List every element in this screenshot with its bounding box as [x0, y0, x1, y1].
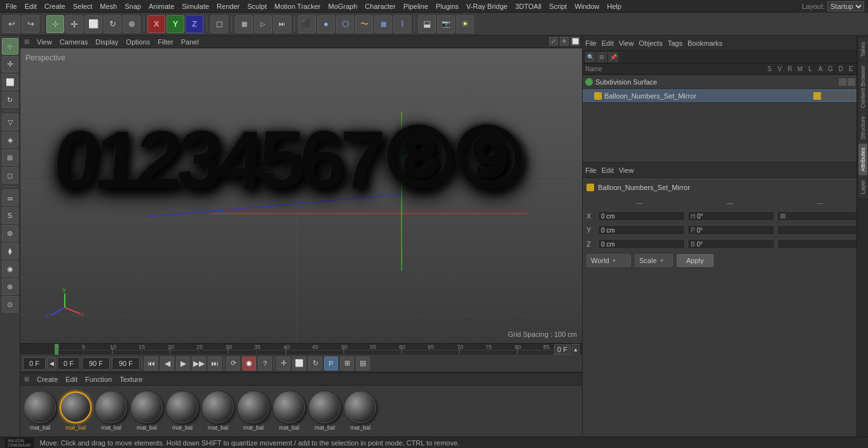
obj-menu-tags[interactable]: Tags [668, 39, 682, 47]
menu-select[interactable]: Select [70, 3, 96, 10]
menu-mesh[interactable]: Mesh [97, 3, 120, 10]
render-all-button[interactable]: ⏭ [273, 15, 291, 33]
scale-dropdown[interactable]: Scale ▼ [635, 254, 673, 267]
material-swatch-9[interactable]: mat_bal [344, 391, 376, 431]
attr-menu-file[interactable]: File [585, 166, 597, 174]
material-swatch-6[interactable]: mat_bal [238, 391, 269, 431]
apply-button[interactable]: Apply [677, 254, 714, 267]
left-poly-btn[interactable]: ▽ [2, 114, 18, 130]
left-extra-btn[interactable]: ⧫ [2, 243, 18, 259]
attr-x-pos-input[interactable]: 0 cm [598, 211, 685, 221]
material-swatch-1[interactable]: mat_bal [60, 391, 92, 431]
obj-icon-btn-1[interactable]: 🔍 [585, 52, 595, 62]
vtab-attributes[interactable]: Attributes [858, 144, 867, 175]
current-frame-input[interactable]: 0 F [23, 357, 46, 370]
mat-menu-create[interactable]: Create [37, 376, 58, 383]
menu-3dtoall[interactable]: 3DTOAll [512, 3, 545, 10]
go-end-btn[interactable]: ⏭ [208, 356, 222, 370]
obj-icon-tag1[interactable] [848, 78, 855, 86]
mat-menu-function[interactable]: Function [85, 376, 112, 383]
material-swatch-3[interactable]: mat_bal [131, 391, 163, 431]
obj-icon-btn-2[interactable]: ⊞ [597, 52, 607, 62]
material-swatch-4[interactable]: mat_bal [166, 391, 198, 431]
timeline-start-marker[interactable] [55, 344, 58, 355]
left-knife-btn[interactable]: ⚌ [2, 189, 18, 206]
obj-menu-file[interactable]: File [585, 39, 597, 47]
attr-x-scale-input[interactable] [777, 211, 864, 221]
menu-animate[interactable]: Animate [146, 3, 177, 10]
end-frame-display[interactable]: 90 F [112, 357, 140, 370]
menu-window[interactable]: Window [571, 3, 602, 10]
tl-film-btn[interactable]: ▤ [356, 356, 370, 370]
menu-render[interactable]: Render [214, 3, 243, 10]
menu-pipeline[interactable]: Pipeline [400, 3, 431, 10]
frame-val-display[interactable]: 0 F [57, 357, 80, 370]
obj-menu-objects[interactable]: Objects [639, 39, 662, 47]
menu-file[interactable]: File [3, 3, 20, 10]
3d-viewport[interactable]: 01234567⑧⑨ Perspective Grid Spacing : 10… [20, 48, 582, 343]
light-button[interactable]: ☀ [456, 15, 474, 33]
end-frame-input[interactable]: 90 F [82, 357, 110, 370]
viewport-menu-display[interactable]: Display [95, 38, 118, 46]
left-point-btn[interactable]: ◈ [2, 132, 18, 148]
material-swatch-0[interactable]: mat_bal [24, 391, 56, 431]
nurbs-button[interactable]: ▦ [374, 15, 392, 33]
viewport-icon-maximize[interactable]: ⬜ [571, 37, 580, 46]
next-frame-btn[interactable]: ▶▶ [192, 356, 206, 370]
sphere-shape-button[interactable]: ● [317, 15, 335, 33]
go-start-btn[interactable]: ⏮ [144, 356, 158, 370]
left-select-btn[interactable]: ⊹ [2, 38, 18, 55]
deformer-button[interactable]: ⌇ [393, 15, 411, 33]
material-swatch-8[interactable]: mat_bal [309, 391, 341, 431]
rotate-tool-button[interactable]: ↻ [104, 15, 121, 33]
object-mode-button[interactable]: ◻ [210, 15, 228, 33]
tl-move-btn[interactable]: ✛ [276, 356, 290, 370]
cube-shape-button[interactable]: ⬛ [298, 15, 316, 33]
world-dropdown[interactable]: World ▼ [587, 254, 631, 267]
frame-nav-down-btn[interactable]: ◀ [47, 357, 56, 370]
attr-z-rot-input[interactable]: B 0° [688, 239, 775, 249]
viewport-menu-filter[interactable]: Filter [158, 38, 173, 46]
tl-pv-btn[interactable]: P [324, 356, 338, 370]
select-tool-button[interactable]: ⊹ [46, 15, 64, 33]
left-sculpt-btn[interactable]: ⊛ [2, 225, 18, 241]
menu-script[interactable]: Script [546, 3, 570, 10]
current-frame-display[interactable]: 0 F ▲ [554, 344, 580, 355]
left-move-btn[interactable]: ✛ [2, 56, 18, 72]
obj2-icon-tag3[interactable] [840, 92, 848, 100]
layout-dropdown[interactable]: Startup [827, 1, 864, 11]
render-button[interactable]: ▷ [254, 15, 272, 33]
tl-rotate-btn[interactable]: ↻ [308, 356, 322, 370]
left-sym-btn[interactable]: S [2, 207, 18, 224]
menu-snap[interactable]: Snap [121, 3, 144, 10]
obj-row-balloon[interactable]: Balloon_Numbers_Set_Mirror [583, 89, 868, 103]
play-btn[interactable]: ▶ [176, 356, 190, 370]
cube-tool-button[interactable]: ⬜ [85, 15, 102, 33]
help-btn[interactable]: ? [258, 356, 272, 370]
tl-grid-btn[interactable]: ⊞ [340, 356, 354, 370]
attr-z-pos-input[interactable]: 0 cm [598, 239, 685, 249]
material-swatch-5[interactable]: mat_bal [202, 391, 234, 431]
material-swatch-7[interactable]: mat_bal [273, 391, 305, 431]
obj2-icon-tag1[interactable] [822, 92, 830, 100]
obj-row-subdivision[interactable]: Subdivision Surface [583, 75, 868, 89]
attr-y-rot-input[interactable]: P 0° [688, 225, 775, 235]
attr-x-rot-input[interactable]: H 0° [688, 211, 775, 221]
viewport-icon-move[interactable]: ✛ [560, 37, 569, 46]
menu-edit[interactable]: Edit [22, 3, 40, 10]
obj-menu-bookmarks[interactable]: Bookmarks [688, 39, 722, 47]
menu-sculpt[interactable]: Sculpt [244, 3, 270, 10]
mat-menu-texture[interactable]: Texture [119, 376, 142, 383]
obj2-icon-tag2[interactable] [831, 92, 839, 100]
attr-menu-edit[interactable]: Edit [602, 166, 614, 174]
attr-z-scale-input[interactable] [777, 239, 864, 249]
vtab-content-browser[interactable]: Content Browser [858, 62, 867, 112]
attr-y-scale-input[interactable] [777, 225, 864, 235]
move-tool-button[interactable]: ✛ [65, 15, 83, 33]
viewport-menu-cameras[interactable]: Cameras [60, 38, 88, 46]
scale-tool-button[interactable]: ⊕ [123, 15, 140, 33]
obj2-icon-tag4[interactable] [849, 92, 857, 100]
obj-icon-btn-3[interactable]: 📌 [608, 52, 618, 62]
render-region-button[interactable]: ▦ [235, 15, 253, 33]
z-axis-button[interactable]: Z [186, 15, 203, 33]
